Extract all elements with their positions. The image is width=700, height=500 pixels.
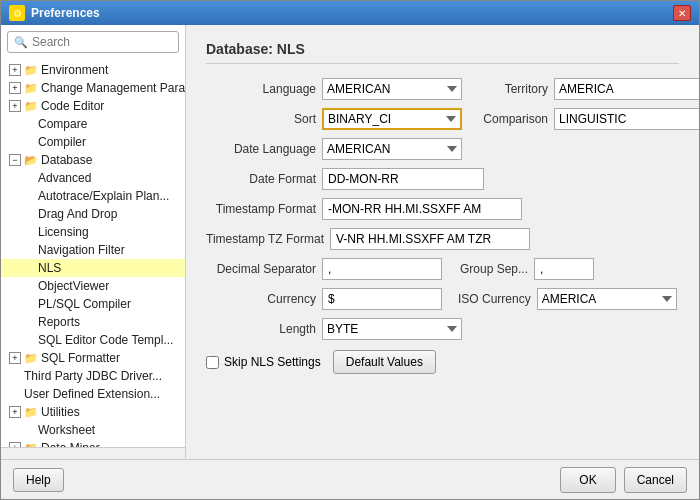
sidebar-item-nls[interactable]: NLS: [1, 259, 185, 277]
date-format-row: Date Format: [206, 168, 484, 190]
label: SQL Editor Code Templ...: [38, 333, 173, 347]
sidebar-item-advanced[interactable]: Advanced: [1, 169, 185, 187]
folder-icon: 📁: [24, 82, 38, 95]
iso-currency-select[interactable]: AMERICA: [537, 288, 677, 310]
label: Code Editor: [41, 99, 104, 113]
cancel-button[interactable]: Cancel: [624, 467, 687, 493]
decimal-sep-row: Decimal Separator: [206, 258, 442, 280]
date-format-label: Date Format: [206, 172, 316, 186]
sidebar-item-plsql-compiler[interactable]: PL/SQL Compiler: [1, 295, 185, 313]
comparison-label: Comparison: [478, 112, 548, 126]
sidebar-item-licensing[interactable]: Licensing: [1, 223, 185, 241]
timestamp-tz-label: Timestamp TZ Format: [206, 232, 324, 246]
scrollbar-area: [1, 447, 185, 459]
label: User Defined Extension...: [24, 387, 160, 401]
currency-label: Currency: [206, 292, 316, 306]
title-bar: ⚙ Preferences ✕: [1, 1, 699, 25]
folder-icon: 📁: [24, 100, 38, 113]
length-label: Length: [206, 322, 316, 336]
sidebar-item-autotrace[interactable]: Autotrace/Explain Plan...: [1, 187, 185, 205]
preferences-window: ⚙ Preferences ✕ 🔍 📁 Environment 📁: [0, 0, 700, 500]
language-label: Language: [206, 82, 316, 96]
sidebar: 🔍 📁 Environment 📁 Change Management Para…: [1, 25, 186, 459]
comparison-row: Comparison LINGUISTIC: [478, 108, 699, 130]
comparison-select[interactable]: LINGUISTIC: [554, 108, 699, 130]
expander-database[interactable]: [9, 154, 21, 166]
territory-select[interactable]: AMERICA: [554, 78, 699, 100]
folder-icon: 📁: [24, 352, 38, 365]
decimal-sep-input[interactable]: [322, 258, 442, 280]
currency-row: Currency: [206, 288, 442, 310]
sidebar-item-worksheet[interactable]: Worksheet: [1, 421, 185, 439]
expander-change-mgmt[interactable]: [9, 82, 21, 94]
sidebar-item-database[interactable]: 📂 Database: [1, 151, 185, 169]
timestamp-format-label: Timestamp Format: [206, 202, 316, 216]
expander-utilities[interactable]: [9, 406, 21, 418]
expander-code-editor[interactable]: [9, 100, 21, 112]
label: Worksheet: [38, 423, 95, 437]
sidebar-item-reports[interactable]: Reports: [1, 313, 185, 331]
iso-currency-label: ISO Currency: [458, 292, 531, 306]
date-language-select[interactable]: AMERICAN: [322, 138, 462, 160]
decimal-sep-label: Decimal Separator: [206, 262, 316, 276]
expander-environment[interactable]: [9, 64, 21, 76]
label: Autotrace/Explain Plan...: [38, 189, 169, 203]
language-row: Language AMERICAN: [206, 78, 462, 100]
timestamp-format-input[interactable]: [322, 198, 522, 220]
title-bar-left: ⚙ Preferences: [9, 5, 100, 21]
default-values-button[interactable]: Default Values: [333, 350, 436, 374]
label: SQL Formatter: [41, 351, 120, 365]
label: Compare: [38, 117, 87, 131]
sidebar-item-sql-formatter[interactable]: 📁 SQL Formatter: [1, 349, 185, 367]
sidebar-item-data-miner[interactable]: 📁 Data Miner: [1, 439, 185, 447]
currency-input[interactable]: [322, 288, 442, 310]
label: Database: [41, 153, 92, 167]
sort-label: Sort: [206, 112, 316, 126]
timestamp-tz-input[interactable]: [330, 228, 530, 250]
expander-sql-formatter[interactable]: [9, 352, 21, 364]
territory-label: Territory: [478, 82, 548, 96]
sort-select[interactable]: BINARY_CI: [322, 108, 462, 130]
window-title: Preferences: [31, 6, 100, 20]
sidebar-item-code-editor[interactable]: 📁 Code Editor: [1, 97, 185, 115]
tree-area: 📁 Environment 📁 Change Management Para..…: [1, 59, 185, 447]
language-select[interactable]: AMERICAN: [322, 78, 462, 100]
label: Third Party JDBC Driver...: [24, 369, 162, 383]
skip-nls-checkbox[interactable]: [206, 356, 219, 369]
sidebar-item-environment[interactable]: 📁 Environment: [1, 61, 185, 79]
main-panel: Database: NLS Language AMERICAN Territor…: [186, 25, 699, 459]
folder-icon: 📁: [24, 64, 38, 77]
label: Licensing: [38, 225, 89, 239]
sidebar-item-compiler[interactable]: Compiler: [1, 133, 185, 151]
search-input[interactable]: [32, 35, 172, 49]
sidebar-item-change-mgmt[interactable]: 📁 Change Management Para...: [1, 79, 185, 97]
sidebar-item-compare[interactable]: Compare: [1, 115, 185, 133]
skip-nls-row: Skip NLS Settings: [206, 355, 321, 369]
search-box[interactable]: 🔍: [7, 31, 179, 53]
help-button[interactable]: Help: [13, 468, 64, 492]
content-area: 🔍 📁 Environment 📁 Change Management Para…: [1, 25, 699, 459]
label: Advanced: [38, 171, 91, 185]
label: NLS: [38, 261, 61, 275]
folder-icon: 📂: [24, 154, 38, 167]
date-format-input[interactable]: [322, 168, 484, 190]
ok-button[interactable]: OK: [560, 467, 615, 493]
sidebar-item-drag-drop[interactable]: Drag And Drop: [1, 205, 185, 223]
sidebar-item-sql-editor[interactable]: SQL Editor Code Templ...: [1, 331, 185, 349]
close-button[interactable]: ✕: [673, 5, 691, 21]
search-icon: 🔍: [14, 36, 28, 49]
sidebar-item-nav-filter[interactable]: Navigation Filter: [1, 241, 185, 259]
sidebar-item-objectviewer[interactable]: ObjectViewer: [1, 277, 185, 295]
timestamp-tz-row: Timestamp TZ Format: [206, 228, 530, 250]
length-select[interactable]: BYTE CHAR: [322, 318, 462, 340]
label: Reports: [38, 315, 80, 329]
group-sep-input[interactable]: [534, 258, 594, 280]
app-icon: ⚙: [9, 5, 25, 21]
label: Navigation Filter: [38, 243, 125, 257]
sidebar-item-utilities[interactable]: 📁 Utilities: [1, 403, 185, 421]
label: Environment: [41, 63, 108, 77]
label: ObjectViewer: [38, 279, 109, 293]
sidebar-item-third-party[interactable]: Third Party JDBC Driver...: [1, 367, 185, 385]
sidebar-item-user-defined[interactable]: User Defined Extension...: [1, 385, 185, 403]
sort-row: Sort BINARY_CI: [206, 108, 462, 130]
